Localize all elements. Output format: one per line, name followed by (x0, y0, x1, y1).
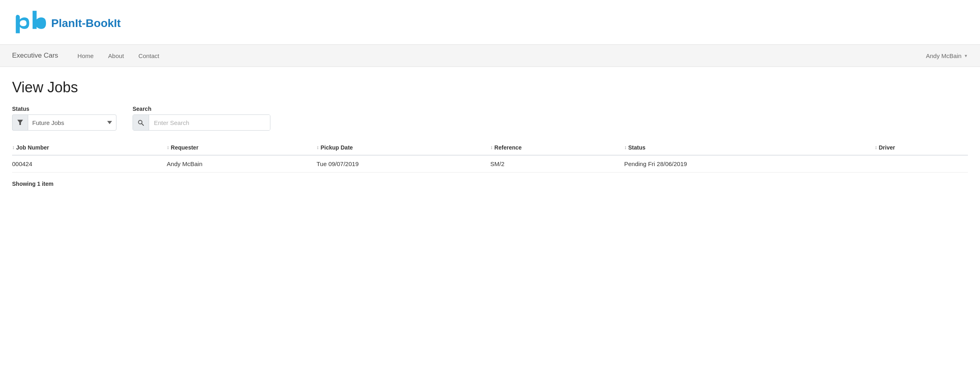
cell-reference: SM/2 (490, 155, 624, 173)
nav-item-contact[interactable]: Contact (131, 52, 167, 59)
search-input-row (133, 114, 270, 131)
sort-icon-pickup-date: ↕ (316, 145, 319, 150)
svg-marker-0 (17, 120, 23, 125)
search-button[interactable] (133, 115, 149, 130)
search-filter-group: Search (133, 106, 270, 131)
status-filter-group: Status Future Jobs All Jobs Past Jobs Pe… (12, 106, 116, 131)
filters-row: Status Future Jobs All Jobs Past Jobs Pe… (12, 106, 968, 131)
sort-icon-requester: ↕ (167, 145, 169, 150)
jobs-table: ↕ Job Number ↕ Requester ↕ Pickup Date (12, 140, 968, 173)
cell-job-number: 000424 (12, 155, 167, 173)
funnel-icon (17, 120, 23, 125)
user-menu[interactable]: Andy McBain ▼ (926, 52, 968, 59)
search-icon (138, 120, 144, 126)
sort-icon-driver: ↕ (875, 145, 877, 150)
sort-icon-reference: ↕ (490, 145, 493, 150)
cell-pickup-date: Tue 09/07/2019 (316, 155, 490, 173)
table-body: 000424 Andy McBain Tue 09/07/2019 SM/2 P… (12, 155, 968, 173)
sort-icon-status: ↕ (624, 145, 627, 150)
search-filter-label: Search (133, 106, 270, 112)
th-pickup-date[interactable]: ↕ Pickup Date (316, 140, 490, 155)
page-title: View Jobs (12, 79, 968, 96)
th-reference[interactable]: ↕ Reference (490, 140, 624, 155)
th-job-number[interactable]: ↕ Job Number (12, 140, 167, 155)
th-driver[interactable]: ↕ Driver (875, 140, 968, 155)
nav-item-about[interactable]: About (101, 52, 131, 59)
navbar: Executive Cars Home About Contact Andy M… (0, 44, 980, 67)
sort-icon-job-number: ↕ (12, 145, 15, 150)
logo-text: PlanIt-BookIt (51, 17, 121, 30)
showing-count: Showing 1 item (12, 181, 968, 187)
nav-left: Executive Cars Home About Contact (12, 52, 166, 60)
logo-container: PlanIt-BookIt (12, 8, 968, 38)
chevron-down-icon: ▼ (964, 54, 968, 58)
cell-requester: Andy McBain (167, 155, 317, 173)
table-row: 000424 Andy McBain Tue 09/07/2019 SM/2 P… (12, 155, 968, 173)
user-name: Andy McBain (926, 52, 961, 59)
cell-driver (875, 155, 968, 173)
status-filter-input-row: Future Jobs All Jobs Past Jobs Pending J… (12, 114, 116, 131)
status-filter-icon-button[interactable] (12, 114, 28, 131)
svg-line-2 (142, 123, 144, 125)
nav-brand: Executive Cars (12, 52, 66, 60)
status-filter-label: Status (12, 106, 116, 112)
status-filter-select[interactable]: Future Jobs All Jobs Past Jobs Pending J… (28, 114, 116, 131)
table-header-row: ↕ Job Number ↕ Requester ↕ Pickup Date (12, 140, 968, 155)
th-status[interactable]: ↕ Status (624, 140, 875, 155)
table-head: ↕ Job Number ↕ Requester ↕ Pickup Date (12, 140, 968, 155)
main-content: View Jobs Status Future Jobs All Jobs Pa… (0, 67, 980, 199)
th-requester[interactable]: ↕ Requester (167, 140, 317, 155)
cell-status: Pending Fri 28/06/2019 (624, 155, 875, 173)
search-input[interactable] (149, 115, 270, 130)
logo-area: PlanIt-BookIt (0, 0, 980, 44)
nav-item-home[interactable]: Home (70, 52, 101, 59)
logo-icon (12, 8, 46, 38)
